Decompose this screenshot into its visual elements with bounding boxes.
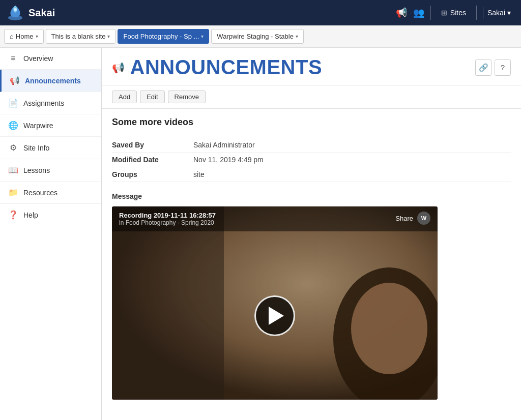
sakai-logo-icon — [6, 4, 24, 22]
add-button[interactable]: Add — [112, 91, 137, 103]
video-top-bar: Recording 2019-11-11 16:28:57 in Food Ph… — [112, 206, 438, 231]
sidebar-item-resources[interactable]: 📁 Resources — [0, 182, 101, 204]
sidebar-label-resources: Resources — [23, 189, 57, 197]
help-question-button[interactable]: ? — [495, 59, 511, 76]
video-recording-title: Recording 2019-11-11 16:28:57 — [119, 212, 216, 219]
sidebar-item-site-info[interactable]: ⚙ Site Info — [0, 137, 101, 159]
people-icon[interactable]: 👥 — [413, 7, 424, 18]
user-dropdown-icon: ▾ — [507, 9, 511, 17]
help-icon: ❓ — [8, 210, 18, 220]
sites-label: Sites — [450, 9, 466, 17]
lessons-icon: 📖 — [8, 165, 18, 175]
breadcrumb-home-label: Home — [16, 33, 34, 40]
message-label: Message — [112, 192, 511, 200]
sidebar: ≡ Overview 📢 Announcements 📄 Assignments… — [0, 48, 102, 420]
breadcrumb-bar: ⌂ Home ▾ This is a blank site ▾ Food Pho… — [0, 25, 521, 48]
link-button[interactable]: 🔗 — [475, 59, 491, 76]
sidebar-item-lessons[interactable]: 📖 Lessons — [0, 159, 101, 182]
edit-button[interactable]: Edit — [140, 91, 164, 103]
sidebar-label-lessons: Lessons — [23, 166, 50, 174]
sidebar-label-overview: Overview — [23, 54, 53, 63]
modified-date-row: Modified Date Nov 11, 2019 4:49 pm — [112, 153, 511, 167]
home-icon: ⌂ — [10, 33, 14, 40]
breadcrumb-food-photo-label: Food Photography - Sp ... — [123, 33, 199, 40]
video-center — [112, 231, 438, 400]
announcements-icon: 📢 — [10, 76, 20, 85]
video-top-right: Share W — [395, 212, 430, 225]
breadcrumb-home[interactable]: ⌂ Home ▾ — [4, 29, 44, 44]
header-actions: 🔗 ? — [475, 59, 511, 76]
sidebar-item-help[interactable]: ❓ Help — [0, 204, 101, 226]
modified-date-value: Nov 11, 2019 4:49 pm — [193, 156, 264, 164]
announcements-heading: ANNOUNCEMENTS — [130, 56, 323, 79]
chevron-down-icon: ▾ — [36, 34, 38, 39]
sidebar-label-help: Help — [23, 211, 38, 219]
sites-grid-icon: ⊞ — [441, 9, 447, 17]
sidebar-item-assignments[interactable]: 📄 Assignments — [0, 92, 101, 114]
sidebar-item-overview[interactable]: ≡ Overview — [0, 48, 101, 70]
nav-right: 📢 👥 ⊞ Sites Sakai ▾ — [396, 6, 515, 20]
video-recording-sub: in Food Photography - Spring 2020 — [119, 219, 216, 226]
assignments-icon: 📄 — [8, 98, 18, 108]
sites-button[interactable]: ⊞ Sites — [437, 7, 470, 19]
breadcrumb-food-photo[interactable]: Food Photography - Sp ... ▾ — [118, 29, 209, 44]
video-container: Recording 2019-11-11 16:28:57 in Food Ph… — [112, 206, 438, 400]
chevron-down-icon-4: ▾ — [296, 34, 298, 39]
video-share-button[interactable]: Share — [395, 215, 413, 222]
sidebar-label-announcements: Announcements — [25, 77, 81, 85]
action-bar: Add Edit Remove — [102, 85, 521, 109]
nav-divider — [430, 6, 431, 20]
sidebar-item-warpwire[interactable]: 🌐 Warpwire — [0, 114, 101, 137]
saved-by-label: Saved By — [112, 141, 193, 149]
saved-by-value: Sakai Administrator — [193, 141, 255, 149]
announcement-content: Some more videos Saved By Sakai Administ… — [102, 109, 521, 408]
megaphone-icon[interactable]: 📢 — [396, 7, 407, 18]
play-triangle-icon — [269, 307, 284, 325]
groups-row: Groups site — [112, 167, 511, 182]
video-overlay: Recording 2019-11-11 16:28:57 in Food Ph… — [112, 206, 438, 400]
remove-button[interactable]: Remove — [168, 91, 206, 103]
main-layout: ≡ Overview 📢 Announcements 📄 Assignments… — [0, 48, 521, 420]
svg-point-1 — [14, 8, 17, 11]
announcements-megaphone-icon: 📢 — [112, 62, 125, 74]
overview-icon: ≡ — [8, 54, 18, 63]
user-menu-button[interactable]: Sakai ▾ — [483, 7, 515, 19]
groups-label: Groups — [112, 170, 193, 178]
announcements-header: 📢 ANNOUNCEMENTS 🔗 ? — [102, 48, 521, 85]
saved-by-row: Saved By Sakai Administrator — [112, 138, 511, 153]
user-label: Sakai — [487, 9, 505, 17]
breadcrumb-warpwire-label: Warpwire Staging - Stable — [217, 33, 294, 40]
sidebar-item-announcements[interactable]: 📢 Announcements — [0, 70, 101, 92]
video-recording-info: Recording 2019-11-11 16:28:57 in Food Ph… — [119, 212, 216, 226]
warpwire-badge: W — [417, 212, 430, 225]
sakai-logo-text: Sakai — [28, 7, 55, 19]
sidebar-label-warpwire: Warpwire — [23, 122, 53, 130]
groups-value: site — [193, 170, 205, 178]
resources-icon: 📁 — [8, 188, 18, 197]
announcements-title-block: 📢 ANNOUNCEMENTS — [112, 56, 322, 79]
top-navigation: Sakai 📢 👥 ⊞ Sites Sakai ▾ — [0, 0, 521, 25]
site-info-icon: ⚙ — [8, 143, 18, 153]
chevron-down-icon-3: ▾ — [201, 34, 204, 39]
sidebar-label-site-info: Site Info — [23, 144, 49, 152]
announcement-title: Some more videos — [112, 117, 511, 128]
nav-left: Sakai — [6, 4, 55, 22]
breadcrumb-blank-site-label: This is a blank site — [51, 33, 106, 40]
chevron-down-icon-2: ▾ — [107, 34, 110, 39]
video-play-button[interactable] — [254, 295, 295, 336]
warpwire-icon: 🌐 — [8, 121, 18, 130]
modified-date-label: Modified Date — [112, 156, 193, 164]
sidebar-label-assignments: Assignments — [23, 99, 64, 107]
detail-table: Saved By Sakai Administrator Modified Da… — [112, 138, 511, 182]
sakai-logo[interactable]: Sakai — [6, 4, 55, 22]
nav-divider-2 — [476, 6, 477, 20]
breadcrumb-warpwire[interactable]: Warpwire Staging - Stable ▾ — [211, 29, 304, 44]
breadcrumb-blank-site[interactable]: This is a blank site ▾ — [46, 29, 116, 44]
content-area: 📢 ANNOUNCEMENTS 🔗 ? Add Edit Remove Some… — [102, 48, 521, 420]
